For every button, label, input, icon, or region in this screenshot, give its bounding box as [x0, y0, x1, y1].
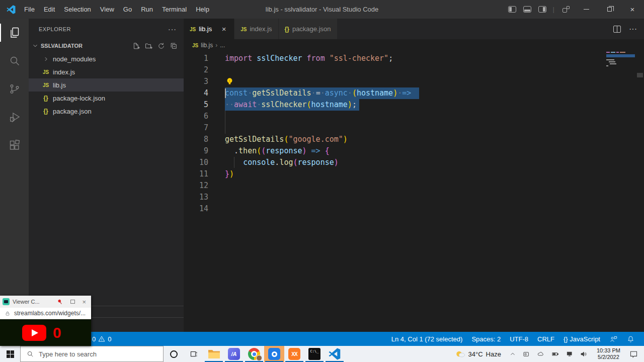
explorer-more-actions-icon[interactable]: ···: [168, 25, 177, 33]
file-row-package.json[interactable]: {}package.json: [29, 105, 184, 118]
breadcrumb-symbol[interactable]: ...: [220, 42, 225, 49]
taskbar-app-chrome[interactable]: [244, 346, 264, 362]
taskbar-app-streamlabs[interactable]: [264, 346, 284, 362]
explorer-icon[interactable]: [0, 19, 29, 47]
line-number[interactable]: 10: [184, 157, 225, 168]
tab-index.js[interactable]: JSindex.js: [234, 19, 278, 39]
token: }: [225, 169, 229, 178]
menu-terminal[interactable]: Terminal: [157, 6, 191, 13]
line-number[interactable]: 3: [184, 76, 225, 87]
token: ): [393, 88, 397, 98]
menu-view[interactable]: View: [96, 6, 119, 13]
line-number[interactable]: 6: [184, 111, 225, 122]
more-actions-icon[interactable]: ···: [629, 25, 637, 34]
line-number[interactable]: 8: [184, 134, 225, 145]
collapse-folders-icon[interactable]: [170, 42, 178, 50]
menu-selection[interactable]: Selection: [59, 6, 95, 13]
taskbar-app-command-prompt[interactable]: C:\_: [304, 346, 325, 362]
speaker-icon[interactable]: [577, 350, 591, 357]
breadcrumb-file[interactable]: lib.js: [201, 42, 213, 49]
token: from: [307, 54, 325, 63]
minimize-button[interactable]: [575, 0, 598, 19]
taskbar-search-input[interactable]: Type here to search: [20, 346, 164, 362]
line-number[interactable]: 13: [184, 192, 225, 203]
overlay-address-bar[interactable]: streamlabs.com/widgets/...: [0, 308, 91, 319]
extensions-icon[interactable]: [0, 131, 29, 159]
customize-layout-icon[interactable]: [562, 6, 570, 13]
tab-close-icon[interactable]: ×: [220, 25, 228, 33]
menu-edit[interactable]: Edit: [39, 6, 59, 13]
vscode-logo-icon: [7, 5, 16, 14]
status-item-crlf[interactable]: CRLF: [533, 335, 559, 343]
line-number[interactable]: 7: [184, 122, 225, 134]
file-label: package.json: [53, 108, 92, 115]
file-row-node_modules[interactable]: node_modules: [29, 52, 184, 65]
token: response: [266, 146, 302, 155]
status-item-ln-4-col-1-72-selected[interactable]: Ln 4, Col 1 (72 selected): [387, 335, 467, 343]
onedrive-cloud-icon[interactable]: [533, 350, 548, 357]
battery-icon[interactable]: [548, 350, 562, 357]
toggle-panel-icon[interactable]: [523, 6, 531, 13]
file-row-lib.js[interactable]: JSlib.js: [29, 78, 184, 92]
line-number[interactable]: 4: [184, 87, 225, 99]
toggle-sidebar-icon[interactable]: [508, 6, 516, 13]
line-number[interactable]: 1: [184, 53, 225, 64]
cortana-button[interactable]: [164, 346, 184, 362]
close-button[interactable]: ×: [621, 0, 644, 19]
menu-run[interactable]: Run: [136, 6, 157, 13]
new-folder-icon[interactable]: [145, 42, 152, 50]
source-control-icon[interactable]: [0, 75, 29, 103]
line-number[interactable]: 12: [184, 180, 225, 192]
split-editor-icon[interactable]: [613, 26, 621, 33]
overlay-close-icon[interactable]: ×: [82, 298, 86, 306]
network-icon[interactable]: [562, 350, 577, 357]
status-item-javascript[interactable]: {} JavaScript: [559, 335, 605, 343]
toggle-secondary-sidebar-icon[interactable]: [538, 6, 546, 13]
run-and-debug-icon[interactable]: [0, 103, 29, 131]
search-icon[interactable]: [0, 47, 29, 75]
task-view-button[interactable]: [184, 346, 204, 362]
restore-button[interactable]: [598, 0, 621, 19]
notifications-bell-icon[interactable]: [622, 335, 639, 343]
breadcrumb: JS lib.js › ...: [184, 39, 644, 51]
code-editor[interactable]: 1import sslChecker from "ssl-checker";23…: [184, 51, 644, 332]
overlay-maximize-icon[interactable]: [70, 300, 75, 304]
taskbar-app-file-explorer[interactable]: [204, 346, 224, 362]
pin-icon[interactable]: [56, 297, 65, 306]
status-item-spaces-2[interactable]: Spaces: 2: [467, 335, 505, 343]
line-number[interactable]: 14: [184, 203, 225, 215]
line-number[interactable]: 2: [184, 64, 225, 76]
refresh-icon[interactable]: [157, 42, 165, 50]
tray-expand-chevron-icon[interactable]: [506, 350, 519, 357]
menu-help[interactable]: Help: [191, 6, 214, 13]
taskbar-app-xampp[interactable]: XX: [284, 346, 304, 362]
lightbulb-icon[interactable]: [226, 77, 233, 85]
json-file-icon: {}: [285, 25, 289, 33]
minimap[interactable]: [606, 50, 635, 67]
menu-file[interactable]: File: [20, 6, 39, 13]
overlay-titlebar[interactable]: Viewer C... ×: [0, 296, 91, 308]
menu-go[interactable]: Go: [119, 6, 136, 13]
folder-section-header[interactable]: SSLVALIDATOR: [29, 40, 184, 52]
code-line-3: 3: [184, 76, 411, 87]
tab-lib.js[interactable]: JSlib.js×: [184, 19, 234, 39]
tab-package.json[interactable]: {}package.json: [279, 19, 338, 39]
scrollbar-thumb[interactable]: [637, 73, 643, 77]
file-row-package-lock.json[interactable]: {}package-lock.json: [29, 92, 184, 105]
file-row-index.js[interactable]: JSindex.js: [29, 65, 184, 78]
token: ;: [388, 54, 393, 63]
line-number[interactable]: 9: [184, 145, 225, 157]
taskbar-app-a[interactable]: /A: [224, 346, 244, 362]
new-file-icon[interactable]: [132, 42, 140, 50]
code-line-8: 8getSslDetails("google.com"): [184, 134, 411, 145]
start-button[interactable]: [0, 346, 20, 362]
weather-widget[interactable]: 34°C Haze: [455, 349, 506, 358]
action-center-icon[interactable]: [626, 350, 644, 358]
status-item-utf-8[interactable]: UTF-8: [505, 335, 533, 343]
taskbar-clock[interactable]: 10:33 PM 5/2/2022: [591, 347, 626, 360]
taskbar-app-vscode[interactable]: [325, 346, 345, 362]
line-number[interactable]: 11: [184, 168, 225, 180]
feedback-icon[interactable]: [605, 335, 622, 343]
meet-now-icon[interactable]: [519, 350, 533, 358]
line-number[interactable]: 5: [184, 99, 225, 111]
